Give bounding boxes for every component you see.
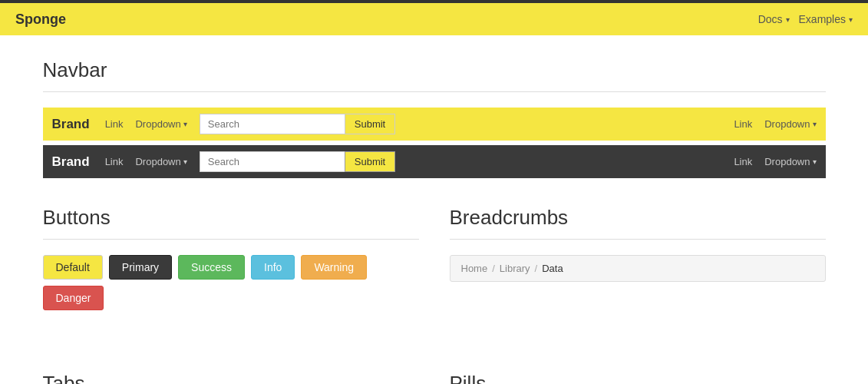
navbar-yellow-right-link[interactable]: Link [734,118,752,130]
navbar-dark-right-link[interactable]: Link [734,156,752,167]
docs-nav-item[interactable]: Docs ▾ [758,13,790,25]
navbar-section-title: Navbar [43,58,826,82]
navbar-yellow-search-input[interactable] [200,114,345,134]
navbar-divider [43,91,826,92]
navbar-dark-right-chevron-icon: ▾ [813,157,817,166]
breadcrumb-home[interactable]: Home [461,263,488,274]
breadcrumbs-title: Breadcrumbs [450,206,826,230]
navbar-yellow-right-dropdown[interactable]: Dropdown ▾ [764,118,816,130]
navbar-yellow-search-group: Submit [200,114,368,134]
btn-warning[interactable]: Warning [301,255,367,280]
examples-nav-item[interactable]: Examples ▾ [799,13,853,25]
main-content: Navbar Brand Link Dropdown ▾ Submit Link… [28,35,841,384]
navbar-dark-search-input[interactable] [200,151,345,172]
btn-primary[interactable]: Primary [109,255,172,280]
navbar-yellow-right-chevron-icon: ▾ [813,120,817,128]
tabs-title: Tabs [43,372,419,384]
buttons-title: Buttons [43,206,419,230]
app-brand[interactable]: Sponge [15,12,66,28]
tabs-section: Tabs [43,372,419,384]
navbar-dark-dropdown[interactable]: Dropdown ▾ [135,156,186,167]
docs-chevron-icon: ▾ [786,15,790,24]
navbar-demo-dark: Brand Link Dropdown ▾ Submit Link Dropdo… [43,145,826,178]
breadcrumbs-divider [450,239,826,240]
breadcrumb-data: Data [542,263,563,274]
navbar-yellow-dropdown-label: Dropdown [135,118,180,130]
pills-section: Pills [450,372,826,384]
pills-title: Pills [450,372,826,384]
buttons-section: Buttons Default Primary Success Info War… [43,206,419,310]
tabs-pills-layout: Tabs Pills [43,372,826,384]
breadcrumb-bar: Home / Library / Data [450,255,826,282]
navbar-dark-search-group: Submit [200,151,368,172]
navbar-dark-link[interactable]: Link [105,156,124,167]
btn-info[interactable]: Info [251,255,295,280]
breadcrumbs-section: Breadcrumbs Home / Library / Data [450,206,826,310]
navbar-yellow-dropdown-chevron-icon: ▾ [183,120,187,128]
app-nav: Docs ▾ Examples ▾ [758,13,853,25]
navbar-yellow-brand[interactable]: Brand [52,117,90,132]
navbar-yellow-search-btn[interactable]: Submit [345,114,395,134]
app-bar: Sponge Docs ▾ Examples ▾ [0,0,868,35]
navbar-yellow-dropdown[interactable]: Dropdown ▾ [135,118,186,130]
two-col-section: Buttons Default Primary Success Info War… [43,206,826,341]
navbar-yellow-right-dropdown-label: Dropdown [764,118,810,130]
navbar-dark-search-btn[interactable]: Submit [345,151,395,172]
navbar-dark-dropdown-label: Dropdown [135,156,180,167]
navbar-demo-yellow: Brand Link Dropdown ▾ Submit Link Dropdo… [43,108,826,141]
buttons-divider [43,239,419,240]
breadcrumb-sep-1: / [492,263,495,274]
examples-label: Examples [799,13,846,25]
btn-danger[interactable]: Danger [43,286,104,310]
navbar-dark-right: Link Dropdown ▾ [734,156,816,167]
breadcrumb-library[interactable]: Library [500,263,530,274]
btn-default[interactable]: Default [43,255,103,280]
breadcrumb-sep-2: / [535,263,538,274]
button-row: Default Primary Success Info Warning Dan… [43,255,419,310]
docs-label: Docs [758,13,783,25]
examples-chevron-icon: ▾ [849,15,853,24]
navbar-yellow-right: Link Dropdown ▾ [734,118,816,130]
navbar-dark-brand[interactable]: Brand [52,154,90,170]
navbar-dark-right-dropdown-label: Dropdown [764,156,810,167]
navbar-dark-right-dropdown[interactable]: Dropdown ▾ [764,156,816,167]
navbar-dark-dropdown-chevron-icon: ▾ [183,157,187,166]
two-col-layout: Buttons Default Primary Success Info War… [43,206,826,341]
navbar-yellow-link[interactable]: Link [105,118,124,130]
btn-success[interactable]: Success [178,255,245,280]
